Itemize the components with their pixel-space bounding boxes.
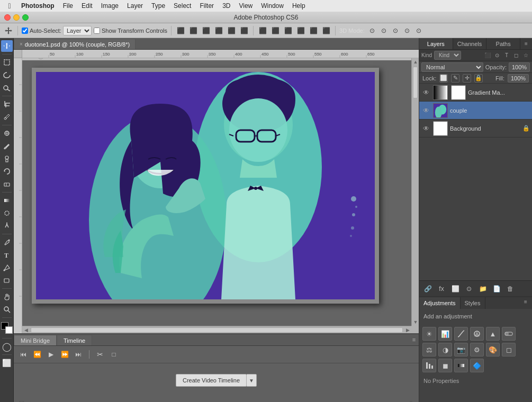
align-bottom-icon[interactable]: ⬛ — [239, 25, 249, 36]
mini-bridge-tab[interactable]: Mini Bridge — [14, 335, 57, 345]
scroll-left-arrow[interactable]: ◀ — [22, 326, 30, 334]
layers-panel-menu[interactable]: ≡ — [522, 40, 530, 48]
eyedropper-tool[interactable] — [1, 111, 13, 123]
layer-delete-icon[interactable]: 🗑 — [505, 284, 516, 294]
adj-channelmix-icon[interactable]: ⚙ — [470, 343, 484, 357]
create-timeline-dropdown[interactable]: ▼ — [246, 374, 257, 387]
minimize-button[interactable] — [13, 14, 20, 21]
color-swatches[interactable] — [1, 322, 13, 334]
background-color[interactable] — [5, 326, 13, 334]
menu-window[interactable]: Window — [257, 1, 288, 11]
3d-scale-icon[interactable]: ⊙ — [413, 25, 424, 36]
menu-view[interactable]: View — [235, 1, 257, 11]
3d-roll-icon[interactable]: ⊙ — [378, 25, 389, 36]
lock-pixels-icon[interactable]: ✎ — [451, 74, 459, 83]
film-icon[interactable]: 🎞 — [18, 399, 25, 402]
blend-mode-dropdown[interactable]: Normal — [421, 62, 483, 72]
filter-pixel-icon[interactable]: ⬛ — [483, 51, 492, 60]
spot-heal-tool[interactable] — [1, 127, 13, 139]
adj-colorbalance-icon[interactable]: ⚖ — [422, 343, 436, 357]
scroll-thumb-v[interactable] — [413, 67, 418, 98]
adj-hsl-icon[interactable] — [502, 327, 516, 341]
menu-select[interactable]: Select — [169, 1, 195, 11]
scrollbar-vertical[interactable]: ▲ ▼ — [411, 58, 419, 326]
adjustments-tab[interactable]: Adjustments — [419, 297, 461, 309]
tl-transition-button[interactable]: □ — [109, 349, 119, 360]
path-select-tool[interactable] — [1, 262, 13, 273]
lock-transparent-icon[interactable]: ⬜ — [439, 74, 448, 83]
menu-layer[interactable]: Layer — [123, 1, 147, 11]
opacity-input[interactable] — [509, 62, 530, 72]
screen-mode-tool[interactable]: ⬜ — [1, 357, 13, 369]
filter-shape-icon[interactable]: ◻ — [512, 51, 520, 60]
speaker-icon[interactable]: ▶ — [29, 399, 36, 402]
adj-selectivecolor-icon[interactable]: 🔷 — [470, 359, 484, 372]
layer-fx-icon[interactable]: fx — [436, 284, 447, 294]
crop-tool[interactable] — [1, 98, 13, 110]
stamp-tool[interactable] — [1, 153, 13, 165]
menu-type[interactable]: Type — [147, 1, 169, 11]
layer-visibility-0[interactable]: 👁 — [421, 88, 431, 97]
layer-row-background[interactable]: 👁 Background 🔒 — [419, 120, 532, 138]
channels-tab[interactable]: Channels — [453, 38, 487, 49]
pen-tool[interactable] — [1, 236, 13, 248]
menu-file[interactable]: File — [59, 1, 77, 11]
autoselect-checkbox[interactable]: Auto-Select: Layer — [22, 26, 92, 35]
lasso-tool[interactable] — [1, 69, 13, 81]
timeline-settings[interactable]: ⚙ — [407, 399, 414, 403]
layer-visibility-1[interactable]: 👁 — [421, 106, 431, 115]
menu-image[interactable]: Image — [97, 1, 123, 11]
marquee-tool[interactable] — [1, 57, 13, 68]
tab-close[interactable]: × — [20, 41, 23, 47]
layer-link-icon[interactable]: 🔗 — [422, 284, 433, 294]
adj-bw-icon[interactable]: ◑ — [438, 343, 452, 357]
align-top-icon[interactable]: ⬛ — [213, 25, 224, 36]
layer-adj-add-icon[interactable]: ⊙ — [464, 284, 474, 294]
3d-pan-icon[interactable]: ⊙ — [390, 25, 401, 36]
menu-help[interactable]: Help — [288, 1, 310, 11]
adj-brightness-icon[interactable]: ☀ — [422, 327, 436, 341]
filter-text-icon[interactable]: T — [502, 51, 511, 60]
blur-tool[interactable] — [1, 207, 13, 219]
shape-tool[interactable] — [1, 275, 13, 286]
distribute-6-icon[interactable]: ⬛ — [321, 25, 331, 36]
adj-curves-icon[interactable] — [454, 327, 468, 341]
zoom-tool[interactable] — [1, 304, 13, 315]
quick-select-tool[interactable] — [1, 82, 13, 94]
scroll-down-arrow[interactable]: ▼ — [412, 318, 419, 326]
adj-photo-icon[interactable]: 📷 — [454, 343, 468, 357]
lock-position-icon[interactable]: ✛ — [463, 74, 471, 83]
distribute-3-icon[interactable]: ⬛ — [283, 25, 293, 36]
distribute-2-icon[interactable]: ⬛ — [270, 25, 281, 36]
filter-adjust-icon[interactable]: ⊙ — [493, 51, 501, 60]
distribute-5-icon[interactable]: ⬛ — [308, 25, 319, 36]
menu-filter[interactable]: Filter — [195, 1, 218, 11]
align-left-icon[interactable]: ⬛ — [175, 25, 186, 36]
apple-menu[interactable]:  — [4, 0, 15, 12]
distribute-1-icon[interactable]: ⬛ — [257, 25, 268, 36]
align-center-icon[interactable]: ⬛ — [188, 25, 199, 36]
scroll-up-arrow[interactable]: ▲ — [412, 58, 419, 66]
3d-rotate-icon[interactable]: ⊙ — [367, 25, 377, 36]
maximize-button[interactable] — [22, 14, 29, 21]
layer-visibility-2[interactable]: 👁 — [421, 124, 431, 133]
tl-prev-button[interactable]: ⏪ — [32, 349, 42, 360]
layer-mask-add-icon[interactable]: ⬜ — [450, 284, 461, 294]
move-tool[interactable] — [1, 40, 13, 52]
bottom-panel-menu[interactable]: ≡ — [411, 334, 419, 345]
layers-filter-type[interactable]: Kind — [434, 51, 461, 60]
align-middle-icon[interactable]: ⬛ — [226, 25, 237, 36]
fill-input[interactable] — [508, 74, 529, 83]
transform-check[interactable] — [94, 28, 100, 34]
gradient-tool[interactable] — [1, 195, 13, 206]
tl-next-button[interactable]: ⏩ — [59, 349, 70, 360]
eraser-tool[interactable] — [1, 178, 13, 190]
layers-tab[interactable]: Layers — [419, 38, 453, 49]
adj-vibrance-icon[interactable]: ▲ — [486, 327, 500, 341]
layer-row-couple[interactable]: 👁 couple — [419, 102, 532, 120]
tl-start-button[interactable]: ⏮ — [18, 349, 29, 360]
menu-photoshop[interactable]: Photoshop — [17, 1, 59, 11]
autoselect-check[interactable] — [22, 28, 28, 34]
3d-slide-icon[interactable]: ⊙ — [402, 25, 412, 36]
create-timeline-button[interactable]: Create Video Timeline — [176, 374, 247, 387]
